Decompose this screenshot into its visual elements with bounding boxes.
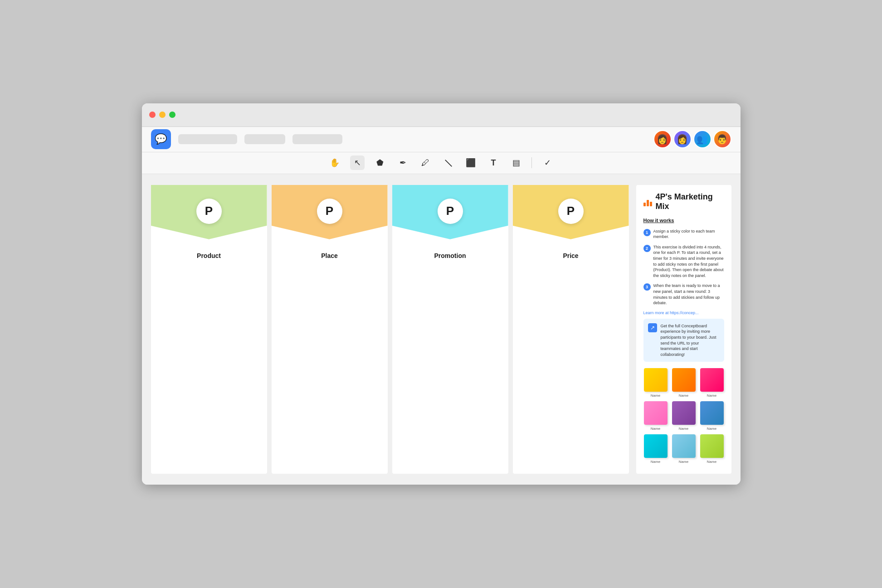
panel-label-promotion: Promotion [434,252,466,259]
sticky-note-lavender[interactable] [644,401,668,425]
sticky-label-6: Name [707,427,716,431]
sticky-label-5: Name [679,427,688,431]
sticky-label-3: Name [707,394,716,398]
line-tool[interactable]: | [438,153,458,173]
promo-text: Get the full Conceptboard experience by … [661,323,720,358]
shapes-tool[interactable]: ⬛ [463,156,478,170]
step-num-1: 1 [643,229,651,236]
panel-letter-price: P [558,199,584,224]
bar-chart-icon [643,197,652,206]
sticky-wrapper-9: Name [700,434,724,464]
sticky-wrapper-5: Name [672,401,696,431]
step-1: 1 Assign a sticky color to each team mem… [643,228,724,240]
panel-product: P Product [151,185,267,474]
panel-letter-promotion: P [438,199,463,224]
title-bar [142,103,741,127]
step-text-1: Assign a sticky color to each team membe… [653,228,724,240]
step-text-2: This exercise is divided into 4 rounds, … [653,244,724,279]
bar-3 [650,202,652,206]
avatar-user-2[interactable]: 👩 [673,130,692,148]
comment-tool[interactable]: ✓ [540,156,555,170]
step-3: 3 When the team is ready to move to a ne… [643,283,724,306]
sticky-wrapper-7: Name [643,434,668,464]
sticky-label-7: Name [651,460,660,464]
panel-label-product: Product [197,252,221,259]
sticky-note-lime[interactable] [700,434,724,458]
sticky-tool[interactable]: ▤ [509,156,523,170]
toolbar-separator [531,157,532,168]
sticky-wrapper-8: Name [672,434,696,464]
nav-item-1[interactable] [178,134,237,144]
step-num-2: 2 [643,245,651,252]
panel-place: P Place [272,185,388,474]
nav-item-3[interactable] [292,134,342,144]
step-num-3: 3 [643,283,651,291]
canvas-area: P Product P Place P Promotion [142,174,741,485]
promo-box: ↗ Get the full Conceptboard experience b… [643,319,724,362]
sticky-label-9: Name [707,460,716,464]
close-button[interactable] [149,112,156,118]
sticky-note-blue[interactable] [700,401,724,425]
panel-header-promotion: P [392,185,508,239]
sticky-note-yellow[interactable] [644,368,668,392]
nav-bar: 💬 👩 👩 👥 👨 [142,127,741,152]
panel-header-product: P [151,185,267,239]
minimize-button[interactable] [159,112,166,118]
promo-icon: ↗ [648,323,657,332]
panel-label-price: Price [563,252,578,259]
panel-letter-product: P [196,199,222,224]
app-window: 💬 👩 👩 👥 👨 ✋ ↖ ⬟ ✒ 🖊 | ⬛ T ▤ ✓ [142,103,741,485]
step-2: 2 This exercise is divided into 4 rounds… [643,244,724,279]
avatar-user-3[interactable]: 👥 [693,130,711,148]
sticky-label-8: Name [679,460,688,464]
avatar-group: 👩 👩 👥 👨 [653,130,731,148]
sticky-label-4: Name [651,427,660,431]
sticky-wrapper-2: Name [672,368,696,398]
logo-button[interactable]: 💬 [151,129,171,149]
panel-header-price: P [513,185,629,239]
text-tool[interactable]: T [486,156,501,170]
sticky-wrapper-3: Name [700,368,724,398]
bar-1 [643,203,646,206]
toolbar: ✋ ↖ ⬟ ✒ 🖊 | ⬛ T ▤ ✓ [142,152,741,174]
side-panel: 4P's Marketing Mix How it works 1 Assign… [636,185,731,474]
sticky-wrapper-4: Name [643,401,668,431]
panel-header-place: P [272,185,388,239]
sticky-note-purple[interactable] [672,401,696,425]
learn-more-link[interactable]: Learn more at https://concep... [643,311,724,315]
avatar-user-4[interactable]: 👨 [713,130,731,148]
maximize-button[interactable] [169,112,175,118]
sticky-note-lightblue[interactable] [672,434,696,458]
sticky-wrapper-6: Name [700,401,724,431]
bar-2 [647,200,649,206]
highlighter-tool[interactable]: 🖊 [418,156,433,170]
avatar-user-1[interactable]: 👩 [653,130,672,148]
side-panel-title-area: 4P's Marketing Mix [643,192,724,211]
nav-item-2[interactable] [244,134,285,144]
side-panel-title-text: 4P's Marketing Mix [656,192,724,211]
sticky-notes-grid: Name Name Name Name Name [643,368,724,464]
select-tool[interactable]: ↖ [350,156,365,170]
panel-letter-place: P [317,199,342,224]
panel-promotion: P Promotion [392,185,508,474]
sticky-note-orange[interactable] [672,368,696,392]
eraser-tool[interactable]: ⬟ [373,156,387,170]
sticky-note-cyan[interactable] [644,434,668,458]
pen-tool[interactable]: ✒ [395,156,410,170]
sticky-label-1: Name [651,394,660,398]
sticky-note-pink[interactable] [700,368,724,392]
panels-container: P Product P Place P Promotion [151,185,629,474]
logo-icon: 💬 [155,133,167,145]
panel-price: P Price [513,185,629,474]
panel-label-place: Place [321,252,338,259]
hand-tool[interactable]: ✋ [327,156,342,170]
sticky-label-2: Name [679,394,688,398]
step-text-3: When the team is ready to move to a new … [653,283,724,306]
how-it-works-heading: How it works [643,218,724,223]
sticky-wrapper-1: Name [643,368,668,398]
